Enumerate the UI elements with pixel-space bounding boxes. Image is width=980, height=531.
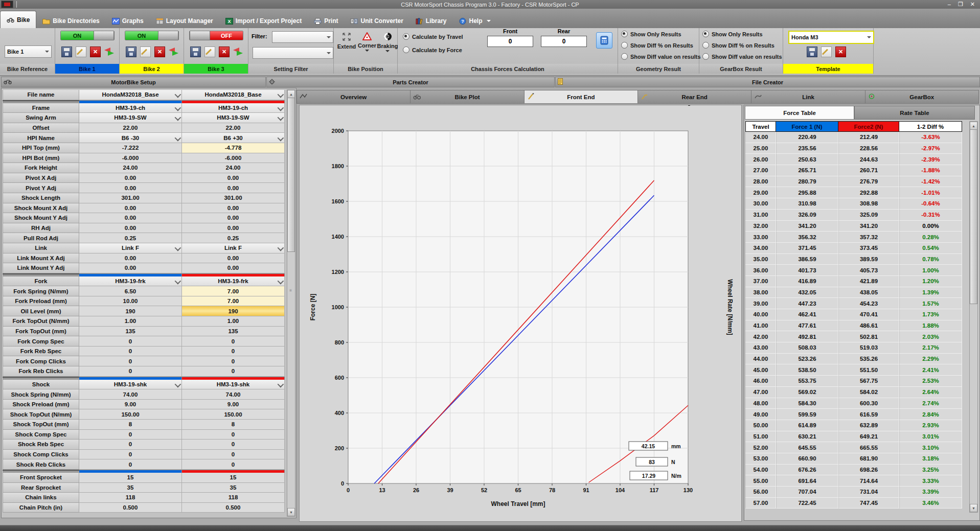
radio-icon [702,53,709,60]
setup-bike1-value[interactable]: HM3-19-frk [79,276,182,287]
setup-bike2-value[interactable]: B6 +30 [182,133,285,143]
column-header-travel[interactable]: Travel [745,121,776,132]
setup-bike2-value[interactable]: HondaM32018_Base [182,90,285,100]
gearbox-result-radio-2[interactable]: Show Diff value on results [702,53,782,60]
save-icon[interactable] [807,47,817,57]
force-scroll-thumb[interactable] [970,129,977,304]
tab-bike-plot[interactable]: Bike Plot [411,90,524,104]
splitter-grip-icon[interactable]: ≡ [288,288,293,293]
file-creator-header[interactable]: File Creator [555,77,980,87]
menu-tab-help[interactable]: ?Help [453,14,497,28]
extend-button[interactable]: Extend [337,32,356,50]
geometry-result-radio-0[interactable]: Show Only Results [621,31,681,37]
cell-force1: 523.26 [776,354,838,365]
bike-2-toggle[interactable]: ON [125,31,179,40]
setup-bike1-value: 22.00 [79,123,182,133]
scroll-down-icon[interactable]: ▼ [970,504,977,512]
delete-icon[interactable]: ✕ [154,47,165,57]
calculate-button[interactable] [596,32,612,49]
tab-front-end[interactable]: Front End [525,90,638,104]
column-header-force2-n-[interactable]: Force2 (N) [838,121,899,132]
bike-3-toggle[interactable]: OFF [189,31,243,40]
menu-tab-print[interactable]: Print [308,14,344,28]
close-button[interactable]: ✕ [970,0,975,9]
delete-icon[interactable]: ✕ [219,47,230,57]
menu-tab-import-export-project[interactable]: XImport / Export Project [219,14,308,28]
menu-tab-bike-directories[interactable]: Bike Directories [36,14,105,28]
scroll-up-icon[interactable]: ▲ [970,122,977,130]
scroll-up-icon[interactable]: ▲ [287,90,295,98]
menu-tab-label: Bike Directories [53,17,99,25]
cell-force2: 551.50 [838,364,899,376]
column-header-1-2-diff-[interactable]: 1-2 Diff % [899,121,962,132]
setup-bike1-value: 0.25 [79,233,182,243]
column-header-force-1-n-[interactable]: Force 1 (N) [776,121,838,132]
setup-row-label: Fork TopOut (N/mm) [3,316,79,327]
delete-icon[interactable]: ✕ [90,47,101,57]
setup-row-label: Shock Mount X Adj [3,203,79,214]
menu-tab-bike[interactable]: Bike [0,11,36,28]
save-icon[interactable] [61,47,72,57]
menu-tab-library[interactable]: Library [409,14,453,28]
edit-icon[interactable] [821,47,832,57]
setup-bike2-value: 0.25 [182,233,285,243]
setup-bike2-value[interactable]: HM3-19-frk [182,276,285,287]
edit-icon[interactable] [140,47,151,57]
motorbike-setup-header[interactable]: MotorBike Setup [1,77,266,87]
delete-icon[interactable]: ✕ [835,47,846,57]
calc-mode-radio-1[interactable]: Calculate by Force [403,47,462,53]
template-select[interactable]: Honda M3 [788,31,874,44]
setup-table-scrollbar[interactable]: ▲ ≡ ▼ [287,89,295,517]
force-table-scrollbar[interactable]: ▲ ▼ [969,121,978,513]
tab-rear-end[interactable]: Rear End [638,90,751,104]
front-input[interactable]: 0 [487,36,533,47]
tab-rate-table[interactable]: Rate Table [854,106,975,120]
filter-select[interactable] [272,31,333,43]
menu-tab-graphs[interactable]: Graphs [106,14,150,28]
tab-force-table[interactable]: Force Table [745,106,854,120]
gearbox-result-radio-0[interactable]: Show Only Results [702,31,763,37]
corner-button[interactable]: Corner [357,32,377,52]
parts-creator-header[interactable]: Parts Creator [266,77,555,87]
swap-arrows-icon[interactable] [104,47,114,56]
cell-diff: 3.10% [899,442,962,453]
calc-mode-radio-0[interactable]: Calculate by Travel [403,33,463,40]
minimize-button[interactable]: – [948,0,951,9]
filter-select-2[interactable] [253,47,333,59]
gearbox-result-radio-1[interactable]: Show Diff % on Results [702,42,774,49]
bike-1-toggle[interactable]: ON [60,31,115,40]
edit-icon[interactable] [76,47,86,57]
setup-bike2-value[interactable]: HM3-19-ch [182,103,285,113]
setup-bike1-value[interactable]: HondaM32018_Base [79,90,182,100]
setup-bike2-value[interactable]: Link F [182,243,285,253]
rear-input[interactable]: 0 [541,36,587,47]
menu-tab-layout-manager[interactable]: Layout Manager [150,14,219,28]
edit-icon[interactable] [204,47,215,57]
swap-arrows-icon[interactable] [169,47,178,56]
tab-link[interactable]: Link [751,90,865,104]
tab-overview[interactable]: Overview [297,90,411,104]
maximize-button[interactable]: ❐ [958,0,963,9]
setup-bike1-value[interactable]: HM3-19-shk [79,380,182,390]
cell-travel: 33.00 [745,232,776,243]
save-icon[interactable] [190,47,201,57]
geometry-result-radio-2[interactable]: Show Diff value on results [621,53,701,60]
tab-gearbox[interactable]: GearBox [865,90,979,104]
setup-bike1-value[interactable]: HM3-19-ch [79,103,182,113]
setup-bike2-value[interactable]: HM3-19-shk [182,380,285,390]
swap-arrows-icon[interactable] [233,47,243,56]
setup-bike1-value[interactable]: Link F [79,243,182,253]
cell-force2: 584.02 [838,387,899,398]
menu-tab-unit-converter[interactable]: Unit Converter [344,14,409,28]
setup-row-label: Shock [3,380,79,390]
bike-reference-select[interactable]: Bike 1 [5,45,52,58]
geometry-result-radio-1[interactable]: Show Diff % on Results [621,42,693,49]
scroll-down-icon[interactable]: ▼ [287,508,295,516]
setup-bike1-value[interactable]: B6 -30 [79,133,182,143]
save-icon[interactable] [126,47,136,57]
braking-button[interactable]: Braking [378,32,397,52]
setup-scroll-thumb[interactable] [287,98,295,252]
force-travel-chart[interactable]: 0132639526578911041171300200400600800100… [300,105,740,520]
setup-bike1-value[interactable]: HM3-19-SW [79,113,182,123]
setup-bike2-value[interactable]: HM3-19-SW [182,113,285,123]
